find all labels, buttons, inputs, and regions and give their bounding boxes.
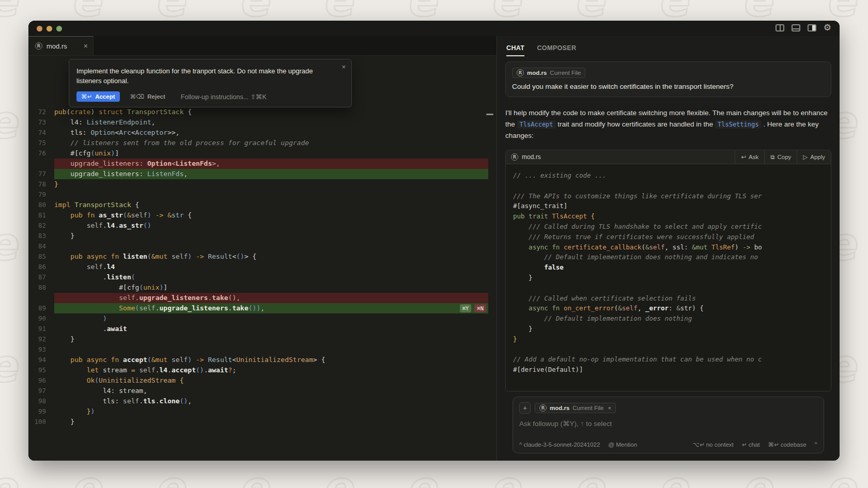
collapse-input-chevron[interactable]: ^ <box>815 441 817 448</box>
line-number: 72 <box>28 107 54 117</box>
code-line: 89 Some(self.upgrade_listeners.take()),⌘… <box>28 303 497 313</box>
code-line: 84 <box>28 241 497 251</box>
prompt-close-icon[interactable]: × <box>342 63 346 71</box>
code-line: 77 upgrade_listeners: ListenFds, <box>28 169 497 179</box>
code-block-header: R mod.rs ↩Ask⧉Copy▷Apply <box>506 150 831 164</box>
inline-code-span: TlsSettings <box>715 120 761 129</box>
input-context-chip[interactable]: R mod.rs Current File × <box>535 403 616 413</box>
tab-mod-rs[interactable]: R mod.rs × <box>28 36 94 55</box>
line-number: 78 <box>28 179 54 190</box>
line-number: 89 <box>28 303 54 313</box>
model-selector[interactable]: ^ claude-3-5-sonnet-20241022 <box>519 442 600 448</box>
toggle-panel-right-icon[interactable] <box>808 24 816 32</box>
copy-button[interactable]: ⧉Copy <box>764 150 797 164</box>
code-line: // Default implementation does nothing a… <box>513 252 831 262</box>
line-number: 73 <box>28 117 54 128</box>
diff-reject-badge[interactable]: ⌘N <box>474 304 486 312</box>
line-number: 76 <box>28 148 54 159</box>
line-number: 74 <box>28 128 54 138</box>
code-line <box>513 344 831 355</box>
code-line: 87 .listen( <box>28 272 497 282</box>
assistant-text: trait and modify how certificates are ha… <box>556 120 715 128</box>
chip-tag: Current File <box>572 405 603 411</box>
mention-button[interactable]: @ Mention <box>608 442 637 448</box>
context-chip[interactable]: R mod.rs Current File <box>512 68 585 78</box>
line-number: 97 <box>28 386 54 396</box>
settings-gear-icon[interactable]: ⚙ <box>824 24 831 32</box>
code-line: self.upgrade_listeners.take(), <box>28 293 497 303</box>
code-line: /// The APIs to customize things like ce… <box>513 191 831 201</box>
prompt-text: Implement the cleanup function for the t… <box>76 66 338 86</box>
code-line: 99 }) <box>28 406 497 417</box>
chat-input-placeholder[interactable]: Ask followup (⌘Y), ↑ to select <box>519 419 817 428</box>
chip-filename: mod.rs <box>550 405 569 411</box>
line-number: 96 <box>28 375 54 386</box>
tab-close-icon[interactable]: × <box>84 42 88 50</box>
code-line: 90 ) <box>28 313 497 324</box>
line-number: 86 <box>28 262 54 272</box>
chat-code-block: R mod.rs ↩Ask⧉Copy▷Apply // ... existing… <box>505 150 831 391</box>
line-number: 94 <box>28 355 54 365</box>
rust-file-icon: R <box>35 42 42 50</box>
copy-icon: ⧉ <box>770 154 774 161</box>
followup-instructions[interactable]: Follow-up instructions... ⇧⌘K <box>181 93 267 101</box>
code-line: 86 self.l4 <box>28 262 497 272</box>
code-line <box>513 181 831 191</box>
code-line: #[derive(Default)] <box>513 365 831 375</box>
code-line: 85 pub async fn listen(&mut self) -> Res… <box>28 251 497 262</box>
accept-button[interactable]: ⌘↵ Accept <box>76 91 120 102</box>
inline-code-span: TlsAccept <box>517 120 556 129</box>
code-line: upgrade_listeners: Option<ListenFds>, <box>28 159 497 169</box>
reject-button[interactable]: ⌘⌫ Reject <box>130 93 165 100</box>
close-window-button[interactable] <box>37 26 42 32</box>
line-number: 99 <box>28 406 54 417</box>
chat-input-box[interactable]: + R mod.rs Current File × Ask followup (… <box>513 397 824 453</box>
line-number: 75 <box>28 138 54 148</box>
editor-pane: R mod.rs × Implement the cleanup functio… <box>28 36 497 461</box>
code-line: 88 #[cfg(unix)] <box>28 282 497 293</box>
code-line: pub trait TlsAccept { <box>513 211 831 222</box>
code-block-actions: ↩Ask⧉Copy▷Apply <box>735 150 831 164</box>
code-line: false <box>513 262 831 273</box>
no-context-action[interactable]: ⌥↵ no context <box>693 441 734 448</box>
code-line: 80impl TransportStack { <box>28 200 497 210</box>
tab-composer[interactable]: COMPOSER <box>537 44 576 56</box>
line-number: 82 <box>28 221 54 231</box>
code-line: 78} <box>28 179 497 190</box>
code-line: /// Called during TLS handshake to selec… <box>513 222 831 232</box>
code-editor[interactable]: 72pub(crate) struct TransportStack {73 l… <box>28 107 497 427</box>
code-line: } <box>513 334 831 344</box>
editor-scrollbar[interactable] <box>486 114 493 115</box>
line-number: 90 <box>28 313 54 324</box>
apply-button[interactable]: ▷Apply <box>797 150 831 164</box>
ask-button[interactable]: ↩Ask <box>735 150 764 164</box>
code-line: /// Called when certificate selection fa… <box>513 293 831 304</box>
chip-close-icon[interactable]: × <box>608 405 611 411</box>
code-line: 100 } <box>28 417 497 427</box>
code-line: 74 tls: Option<Arc<Acceptor>>, <box>28 128 497 138</box>
code-line: async fn on_cert_error(&self, _error: &s… <box>513 303 831 313</box>
code-line: 79 <box>28 190 497 200</box>
toggle-panel-bottom-icon[interactable] <box>792 24 800 32</box>
codebase-action[interactable]: ⌘↵ codebase <box>768 441 806 448</box>
minimize-window-button[interactable] <box>47 26 52 32</box>
diff-accept-badge[interactable]: ⌘Y <box>460 304 472 312</box>
code-line: 97 l4: stream, <box>28 386 497 396</box>
code-line: // Default implementation does nothing <box>513 313 831 324</box>
code-line: #[async_trait] <box>513 201 831 211</box>
code-block-filename: mod.rs <box>522 153 541 161</box>
chat-action[interactable]: ↵ chat <box>742 441 760 448</box>
tab-chat[interactable]: CHAT <box>506 44 524 56</box>
maximize-window-button[interactable] <box>56 26 62 32</box>
line-number: 83 <box>28 231 54 241</box>
code-block-body: // ... existing code .../// The APIs to … <box>506 164 831 391</box>
reject-shortcut: ⌘⌫ <box>130 93 145 100</box>
user-message-text: Could you make it easier to switch certi… <box>512 83 825 90</box>
split-editor-icon[interactable] <box>776 24 784 32</box>
app-window: ⚙ R mod.rs × Implement the cleanup funct… <box>28 21 840 461</box>
line-number <box>28 159 54 169</box>
code-line: 91 .await <box>28 324 497 334</box>
code-line: // ... existing code ... <box>513 170 831 181</box>
add-context-button[interactable]: + <box>519 402 531 414</box>
line-number: 98 <box>28 396 54 406</box>
